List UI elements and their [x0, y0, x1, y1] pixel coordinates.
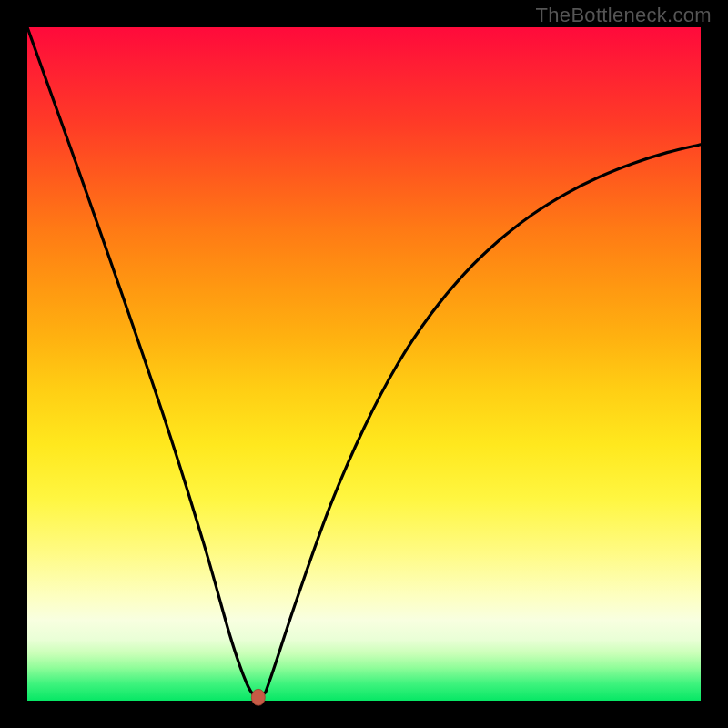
bottleneck-curve — [27, 27, 701, 696]
watermark-text: TheBottleneck.com — [536, 4, 712, 27]
curve-layer — [27, 27, 701, 701]
min-marker — [251, 689, 265, 705]
chart-stage: TheBottleneck.com — [0, 0, 728, 728]
plot-area — [27, 27, 701, 701]
